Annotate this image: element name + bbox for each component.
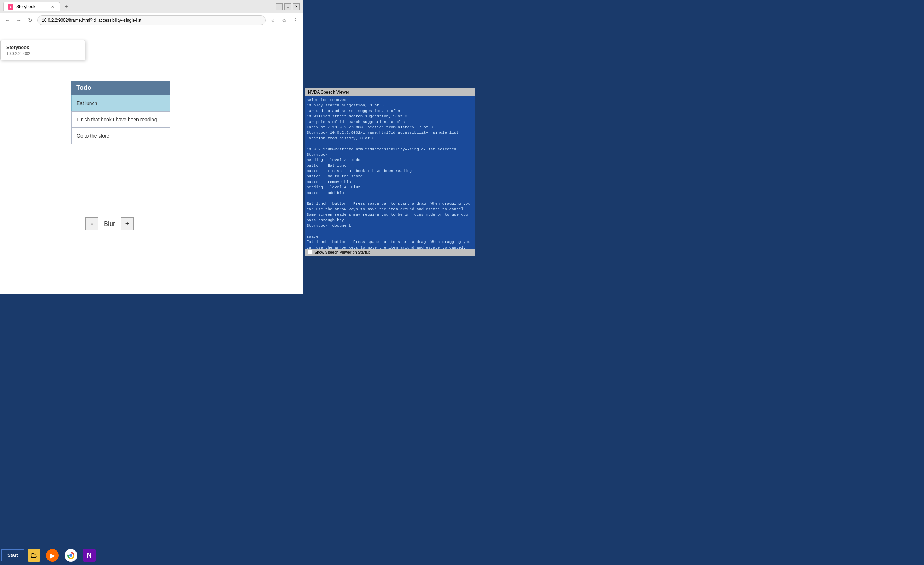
browser-content: Storybook 10.0.2.2:9002 Todo Eat lunch F… — [0, 27, 303, 294]
close-button[interactable]: ✕ — [293, 3, 300, 10]
tab-dropdown: Storybook 10.0.2.2:9002 — [0, 40, 86, 60]
nvda-speech-viewer: NVDA Speech Viewer selection removed 10 … — [305, 88, 475, 256]
dropdown-tab-url: 10.0.2.2:9002 — [3, 51, 82, 57]
todo-heading: Todo — [71, 81, 171, 95]
nvda-startup-checkbox[interactable] — [308, 250, 312, 254]
profile-icon[interactable]: ☺ — [280, 16, 288, 24]
url-input[interactable] — [37, 15, 266, 25]
taskbar-chrome-icon[interactable] — [62, 547, 80, 564]
tab-close-button[interactable]: ✕ — [50, 4, 55, 10]
todo-item-book[interactable]: Finish that book I have been reading — [71, 111, 171, 128]
tab-favicon: S — [8, 4, 14, 10]
todo-widget: Todo Eat lunch Finish that book I have b… — [71, 81, 171, 144]
bookmark-icon[interactable]: ☆ — [268, 16, 277, 24]
taskbar-media-icon[interactable]: ▶ — [44, 547, 61, 564]
forward-button[interactable]: → — [15, 16, 23, 24]
new-tab-button[interactable]: + — [62, 2, 71, 12]
maximize-button[interactable]: □ — [284, 3, 291, 10]
browser-window: S Storybook ✕ + — □ ✕ ← → ↻ ☆ ☺ ⋮ Storyb… — [0, 0, 303, 295]
todo-item-store[interactable]: Go to the store — [71, 128, 171, 144]
window-controls: — □ ✕ — [276, 3, 300, 10]
taskbar: Start 🗁 ▶ N — [0, 545, 924, 565]
start-button[interactable]: Start — [2, 549, 24, 561]
nvda-startup-label: Show Speech Viewer on Startup — [314, 250, 370, 254]
title-bar: S Storybook ✕ + — □ ✕ — [0, 0, 303, 13]
blur-label: Blur — [104, 220, 115, 228]
menu-icon[interactable]: ⋮ — [291, 16, 300, 24]
active-tab[interactable]: S Storybook ✕ — [3, 2, 60, 11]
add-blur-button[interactable]: + — [121, 218, 134, 230]
remove-blur-button[interactable]: - — [86, 218, 98, 230]
reload-button[interactable]: ↻ — [26, 16, 34, 24]
nvda-title-bar: NVDA Speech Viewer — [305, 88, 475, 96]
back-button[interactable]: ← — [3, 16, 12, 24]
dropdown-tab-title[interactable]: Storybook — [3, 43, 82, 51]
todo-item-eat-lunch[interactable]: Eat lunch — [71, 95, 171, 111]
svg-point-1 — [69, 554, 72, 557]
taskbar-n-icon[interactable]: N — [81, 547, 98, 564]
blur-section: - Blur + — [86, 218, 134, 230]
taskbar-folder-icon[interactable]: 🗁 — [26, 547, 42, 564]
minimize-button[interactable]: — — [276, 3, 283, 10]
nvda-content[interactable]: selection removed 10 play search suggest… — [305, 96, 475, 249]
nvda-footer: Show Speech Viewer on Startup — [305, 249, 475, 256]
tab-title: Storybook — [16, 4, 36, 9]
address-bar: ← → ↻ ☆ ☺ ⋮ — [0, 13, 303, 27]
